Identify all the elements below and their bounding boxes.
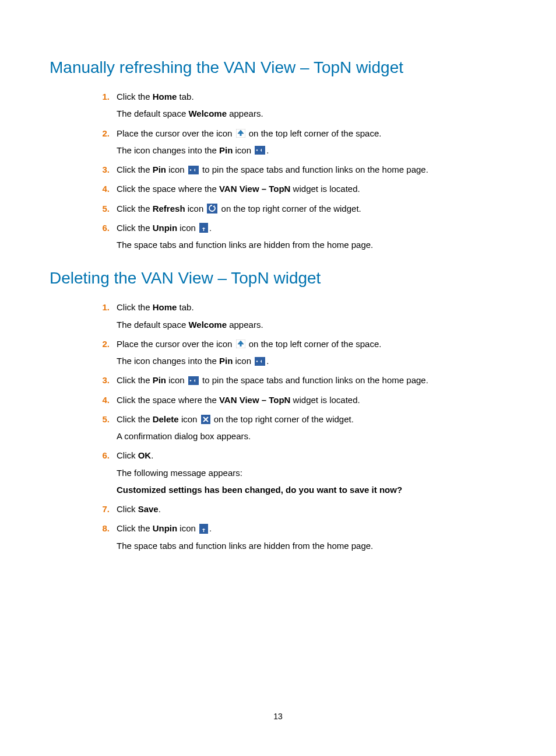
step-text-fragment: The space tabs and function links are hi… — [117, 240, 373, 250]
step-bold-fragment: Home — [153, 302, 177, 312]
step-number: 1. — [93, 90, 110, 103]
step-text-fragment: Click the — [117, 523, 153, 533]
refresh-icon — [207, 204, 217, 214]
section-title: Deleting the VAN View – TopN widget — [50, 269, 506, 288]
step-text-fragment: tab. — [177, 92, 193, 102]
step-main-line: Click OK. — [117, 450, 153, 460]
pin-icon — [255, 357, 265, 366]
step-sub-line: A confirmation dialog box appears. — [117, 429, 506, 443]
svg-point-17 — [190, 380, 191, 381]
step-main-line: Place the cursor over the icon on the to… — [117, 339, 381, 349]
step-number: 3. — [93, 163, 110, 176]
step-main-line: Click the space where the VAN View – Top… — [117, 184, 360, 194]
step-bold-fragment: Home — [153, 92, 177, 102]
step-bold-fragment: Pin — [153, 375, 166, 385]
step-main-line: Click Save. — [117, 504, 161, 514]
step-text-fragment: . — [209, 523, 212, 533]
step-text-fragment: Click the space where the — [117, 184, 219, 194]
step-number: 6. — [93, 449, 110, 462]
step-sub-line: The space tabs and function links are hi… — [117, 238, 506, 251]
step-item: 6.Click the Unpin icon .The space tabs a… — [93, 221, 506, 252]
step-text-fragment: on the top left corner of the space. — [247, 128, 382, 138]
step-text-fragment: widget is located. — [290, 395, 360, 405]
step-bold-fragment: Refresh — [153, 204, 185, 214]
step-sub-line: The icon changes into the Pin icon . — [117, 144, 506, 157]
step-item: 5.Click the Delete icon on the top right… — [93, 412, 506, 443]
section-title: Manually refreshing the VAN View – TopN … — [50, 58, 506, 77]
step-bold-fragment: Save — [138, 504, 159, 514]
step-text-fragment: Click the — [117, 223, 153, 233]
step-item: 4.Click the space where the VAN View – T… — [93, 182, 506, 195]
step-text-fragment: on the top right corner of the widget. — [219, 204, 361, 214]
step-text-fragment: . — [266, 356, 269, 366]
step-main-line: Click the space where the VAN View – Top… — [117, 395, 360, 405]
step-text-fragment: . — [209, 223, 212, 233]
step-text-fragment: The following message appears: — [117, 468, 242, 478]
step-main-line: Click the Refresh icon on the top right … — [117, 204, 361, 214]
step-text-fragment: . — [266, 145, 269, 155]
sections-container: Manually refreshing the VAN View – TopN … — [50, 58, 506, 552]
svg-rect-16 — [188, 376, 199, 385]
step-text-fragment: The icon changes into the — [117, 356, 219, 366]
svg-rect-22 — [203, 530, 204, 532]
step-item: 1.Click the Home tab.The default space W… — [93, 300, 506, 331]
svg-rect-13 — [240, 344, 241, 346]
step-number: 2. — [93, 337, 110, 351]
step-text-fragment: The default space — [117, 320, 188, 330]
step-item: 2.Place the cursor over the icon on the … — [93, 337, 506, 368]
step-text-fragment: icon — [177, 223, 198, 233]
step-number: 7. — [93, 502, 110, 516]
cursor-up-icon — [236, 129, 245, 138]
pin-icon — [255, 146, 265, 155]
step-text-fragment: Place the cursor over the icon — [117, 128, 235, 138]
step-text-fragment: on the top right corner of the widget. — [212, 414, 354, 424]
step-item: 5.Click the Refresh icon on the top righ… — [93, 202, 506, 215]
step-number: 8. — [93, 522, 110, 535]
step-bold-fragment: Delete — [153, 414, 179, 424]
step-text-fragment: appears. — [227, 108, 263, 118]
step-sub-line: Customized settings has been changed, do… — [117, 483, 506, 496]
step-main-line: Place the cursor over the icon on the to… — [117, 128, 381, 138]
step-text-fragment: icon — [166, 375, 187, 385]
delete-icon — [201, 415, 210, 424]
step-number: 1. — [93, 300, 110, 314]
svg-point-6 — [190, 169, 191, 170]
step-text-fragment: to pin the space tabs and function links… — [200, 375, 428, 385]
step-text-fragment: The default space — [117, 108, 188, 118]
step-text-fragment: icon — [233, 356, 254, 366]
step-text-fragment: Click the — [117, 92, 153, 102]
step-bold-fragment: Unpin — [153, 523, 178, 533]
step-sub-line: The space tabs and function links are hi… — [117, 539, 506, 552]
step-text-fragment: Click the — [117, 204, 153, 214]
step-text-fragment: Click — [117, 504, 138, 514]
step-item: 6.Click OK.The following message appears… — [93, 449, 506, 496]
step-number: 2. — [93, 127, 110, 140]
step-number: 5. — [93, 202, 110, 215]
step-text-fragment: The space tabs and function links are hi… — [117, 541, 373, 551]
cursor-up-icon — [236, 340, 245, 348]
step-item: 4.Click the space where the VAN View – T… — [93, 393, 506, 407]
step-bold-fragment: Welcome — [188, 108, 227, 118]
step-number: 3. — [93, 373, 110, 387]
step-text-fragment: on the top left corner of the space. — [247, 339, 382, 349]
step-item: 3.Click the Pin icon to pin the space ta… — [93, 373, 506, 387]
svg-rect-5 — [188, 166, 199, 174]
step-text-fragment: appears. — [227, 320, 263, 330]
step-bold-fragment: Welcome — [188, 320, 227, 330]
steps-list: 1.Click the Home tab.The default space W… — [50, 300, 506, 552]
svg-rect-10 — [203, 229, 204, 231]
step-text-fragment: widget is located. — [290, 184, 360, 194]
step-bold-fragment: Pin — [219, 356, 233, 366]
step-text-fragment: . — [159, 504, 161, 514]
step-text-fragment: icon — [177, 523, 198, 533]
step-item: 2.Place the cursor over the icon on the … — [93, 127, 506, 158]
step-number: 4. — [93, 393, 110, 407]
step-text-fragment: Click the — [117, 302, 153, 312]
step-text-fragment: The icon changes into the — [117, 145, 219, 155]
step-bold-fragment: Pin — [153, 164, 166, 174]
step-text-fragment: Place the cursor over the icon — [117, 339, 235, 349]
step-sub-line: The default space Welcome appears. — [117, 318, 506, 331]
svg-rect-3 — [255, 146, 265, 155]
document-page: Manually refreshing the VAN View – TopN … — [0, 0, 556, 756]
step-sub-line: The following message appears: — [117, 466, 506, 480]
